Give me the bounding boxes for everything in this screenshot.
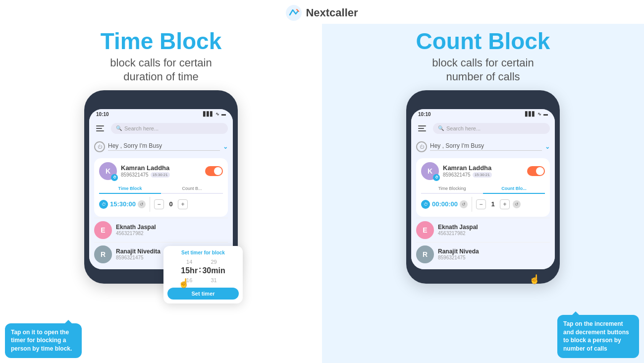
search-bar[interactable]: 🔍 Search here... [111,123,228,134]
right-tab-count-block[interactable]: Count Blo... [483,184,545,193]
search-placeholder: Search here... [124,125,159,131]
right-contact-row: K ⏱ Kamran Laddha 8596321475 15:30:21 [421,162,545,180]
right-timer-display: ⏱ 00:00:00 ↺ [421,200,468,209]
contact-row: K ⏱ Kamran Laddha 8596321475 15:30:21 [99,162,223,180]
left-contact2: E Eknath Jaspal 4563217982 [94,218,228,242]
left-contact-phone: 8596321475 [121,172,149,178]
tab-count-block[interactable]: Count B... [161,184,223,193]
left-avatar-2: E [94,221,112,239]
right-phone-content: 🔍 Search here... ⏻ Hey , Sorry I'm Busy … [411,119,555,269]
left-phone-wrap: 10:10 ▋▋▋ ∿ ▬ [84,90,238,358]
left-contact-info: Kamran Laddha 8596321475 15:30:21 [121,164,201,178]
left-contact-phone-row: 8596321475 15:30:21 [121,172,201,178]
right-hamburger-line-3 [418,130,426,131]
search-icon: 🔍 [116,125,122,131]
right-phone-notch [461,97,505,106]
right-battery-icon: ▬ [543,112,548,117]
right-search-row: 🔍 Search here... [416,121,550,135]
set-timer-button[interactable]: Set timer [167,288,239,300]
right-title: Count Block [416,29,550,54]
brand-name: Nextcaller [306,6,358,19]
right-status-bar: 10:10 ▋▋▋ ∿ ▬ [411,109,555,119]
right-contact-phone: 8596321475 [443,172,471,178]
count-increment-button[interactable]: + [178,199,188,209]
right-contact3-info: Ranajit Niveda 8596321475 [438,248,550,260]
right-contact2-info: Eknath Jaspal 4563217982 [438,224,550,236]
tab-time-block[interactable]: Time Block [99,184,161,193]
status-time: 10:10 [96,112,109,117]
right-callout: Tap on the increment and decrement butto… [557,315,639,358]
right-cursor-pointer: ☝ [529,274,540,285]
right-phone-wrap: 10:10 ▋▋▋ ∿ ▬ [406,90,560,358]
toggle-knob [214,167,222,175]
right-contact-name: Kamran Laddha [443,164,523,172]
right-toggle-knob [536,167,544,175]
left-subtitle: block calls for certain duration of time [110,56,212,84]
left-column: Time Block block calls for certain durat… [0,24,322,363]
right-count-control: − 1 + ↺ [476,199,521,209]
svg-point-0 [286,5,302,21]
chevron-down-icon[interactable]: ⌄ [223,143,228,150]
hour-14: 14 [186,258,192,265]
timer-reset-button[interactable]: ↺ [138,200,146,208]
left-contact2-phone: 4563217982 [116,231,228,236]
right-chevron-down-icon[interactable]: ⌄ [545,143,550,150]
right-search-icon: 🔍 [438,125,444,131]
count-decrement-button[interactable]: − [154,199,164,209]
columns: Time Block block calls for certain durat… [0,24,644,363]
right-message-row: ⏻ Hey , Sorry I'm Busy ⌄ [416,139,550,154]
divider [150,197,150,212]
min-29: 29 [211,258,216,265]
right-count-value: 1 [489,200,497,208]
status-icons: ▋▋▋ ∿ ▬ [203,112,226,117]
left-toggle[interactable] [205,166,223,176]
left-contact2-name: Eknath Jaspal [116,224,228,231]
right-timer-badge: ⏱ [433,174,440,181]
right-signal-icon: ▋▋▋ [525,112,536,117]
power-button[interactable]: ⏻ [94,141,105,152]
right-message-text: Hey , Sorry I'm Busy [430,142,542,151]
left-tab-row: Time Block Count B... [99,184,223,194]
cursor-pointer: ☝ [178,278,189,289]
right-contact3: R Ranajit Niveda 8596321475 [416,242,550,266]
right-contact3-phone: 8596321475 [438,255,550,260]
right-timer-clock-icon: ⏱ [421,200,430,209]
popup-title: Set timer for block [167,250,239,255]
left-contact-card: K ⏱ Kamran Laddha 8596321475 15:30:21 [94,158,228,217]
timer-display: ⏱ 15:30:00 ↺ [99,200,146,209]
right-phone-screen: 10:10 ▋▋▋ ∿ ▬ [411,109,555,269]
right-power-button[interactable]: ⏻ [416,141,427,152]
right-avatar-3: R [416,245,434,263]
right-timer-control: ⏱ 00:00:00 ↺ − 1 + ↺ [421,194,545,213]
right-toggle[interactable] [527,166,545,176]
right-avatar: K ⏱ [421,162,439,180]
right-count-reset-button[interactable]: ↺ [513,200,521,208]
right-wifi-icon: ∿ [537,112,541,117]
right-count-decrement-button[interactable]: − [476,199,486,209]
header: Nextcaller [0,0,644,24]
right-column: Count Block block calls for certain numb… [322,24,644,363]
right-contact-info: Kamran Laddha 8596321475 15:30:21 [443,164,523,178]
hamburger-button[interactable] [94,121,108,135]
right-hamburger-button[interactable] [416,121,430,135]
hamburger-line-2 [96,128,102,129]
right-count-increment-button[interactable]: + [500,199,510,209]
right-tab-time-block[interactable]: Time Blocking [421,184,483,193]
right-contact2: E Eknath Jaspal 4563217982 [416,218,550,242]
right-search-bar[interactable]: 🔍 Search here... [433,123,550,134]
right-contact-card: K ⏱ Kamran Laddha 8596321475 15:30:21 [416,158,550,217]
right-contact2-phone: 4563217982 [438,231,550,236]
left-avatar-3: R [94,245,112,263]
min-col: 29 30min 31 [202,258,225,284]
right-timer-reset-button[interactable]: ↺ [460,200,468,208]
left-timer-control: ⏱ 15:30:00 ↺ − 0 + [99,194,223,213]
battery-icon: ▬ [221,112,226,117]
right-contact2-name: Eknath Jaspal [438,224,550,231]
right-status-time: 10:10 [418,112,431,117]
logo-icon [286,5,302,21]
time-colon: : [199,265,201,276]
right-status-icons: ▋▋▋ ∿ ▬ [525,112,548,117]
timer-clock-icon: ⏱ [99,200,108,209]
right-hamburger-line-2 [418,128,424,129]
left-time-badge: 15:30:21 [151,172,170,178]
